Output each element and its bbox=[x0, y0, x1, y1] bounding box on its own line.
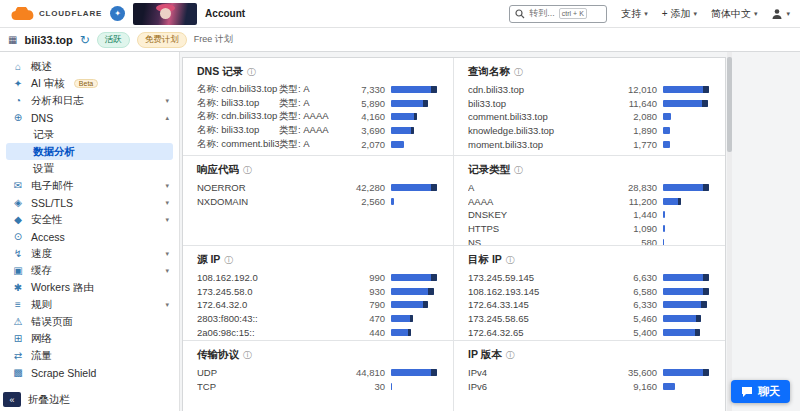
row-name: IPv6 bbox=[468, 381, 615, 392]
account-banner-image[interactable] bbox=[133, 3, 197, 25]
row-bar bbox=[391, 274, 437, 281]
panel-row[interactable]: 名称: bili33.top类型: A5,890 bbox=[197, 97, 439, 111]
panel-row[interactable]: 2a06:98c:15::440 bbox=[197, 325, 439, 339]
sidebar-item-analytics[interactable]: ◔分析和日志▾ bbox=[0, 92, 179, 109]
sidebar-subitem[interactable]: 记录 bbox=[6, 126, 173, 143]
info-icon[interactable]: ⓘ bbox=[506, 254, 515, 267]
sidebar-subitem[interactable]: 设置 bbox=[6, 160, 173, 177]
sidebar-item-cache[interactable]: ▣缓存▾ bbox=[0, 262, 179, 279]
account-label: Account bbox=[205, 8, 245, 19]
row-bar-area bbox=[657, 369, 711, 376]
panel-row[interactable]: IPv69,160 bbox=[468, 380, 711, 394]
row-type: 类型: AAAA bbox=[279, 110, 343, 123]
sidebar-item-rules[interactable]: ≡规则▾ bbox=[0, 296, 179, 313]
info-icon[interactable]: ⓘ bbox=[224, 254, 233, 267]
panel-row[interactable]: knowledge.bili33.top1,890 bbox=[468, 124, 711, 138]
panel-row[interactable]: DNSKEY1,440 bbox=[468, 208, 711, 222]
panel-row[interactable]: IPv435,600 bbox=[468, 366, 711, 380]
row-value: 3,690 bbox=[343, 125, 385, 136]
chat-button[interactable]: 聊天 bbox=[731, 380, 790, 403]
panel-row[interactable]: A28,830 bbox=[468, 181, 711, 195]
refresh-icon[interactable]: ↻ bbox=[80, 35, 90, 45]
network-icon: ⊞ bbox=[12, 333, 24, 344]
sidebar-item-network[interactable]: ⊞网络 bbox=[0, 330, 179, 347]
panel-row[interactable]: 173.245.58.655,460 bbox=[468, 312, 711, 326]
panel-row[interactable]: 172.64.33.1456,330 bbox=[468, 298, 711, 312]
panel-title: IP 版本 bbox=[468, 348, 502, 362]
panel-row[interactable]: AAAA11,200 bbox=[468, 195, 711, 209]
sidebar-item-scrape-shield[interactable]: ▩Scrape Shield bbox=[0, 364, 179, 381]
sidebar-item-workers[interactable]: ✱Workers 路由 bbox=[0, 279, 179, 296]
row-bar bbox=[663, 225, 665, 232]
panel-row[interactable]: NOERROR42,280 bbox=[197, 181, 439, 195]
sidebar-item-dns[interactable]: ⊕DNS▴ bbox=[0, 109, 179, 126]
panel-row[interactable]: NXDOMAIN2,560 bbox=[197, 195, 439, 209]
row-bar-area bbox=[657, 315, 711, 322]
sidebar-item-ssl[interactable]: ◈SSL/TLS▾ bbox=[0, 194, 179, 211]
sidebar-item-speed[interactable]: ↯速度▾ bbox=[0, 245, 179, 262]
row-bar-tail bbox=[411, 127, 414, 134]
row-bar-area bbox=[385, 127, 439, 134]
info-icon[interactable]: ⓘ bbox=[243, 349, 252, 362]
panel-row[interactable]: 172.64.32.0790 bbox=[197, 298, 439, 312]
panel-row[interactable]: HTTPS1,090 bbox=[468, 222, 711, 236]
sidebar-item-access[interactable]: ⊙Access bbox=[0, 228, 179, 245]
info-icon[interactable]: ⓘ bbox=[243, 164, 252, 177]
info-icon[interactable]: ⓘ bbox=[247, 66, 256, 79]
row-bar-area bbox=[385, 383, 439, 390]
panel-row[interactable]: 108.162.193.1456,580 bbox=[468, 285, 711, 299]
panel-row[interactable]: 108.162.192.0990 bbox=[197, 271, 439, 285]
panel-row[interactable]: UDP44,810 bbox=[197, 366, 439, 380]
search-shortcut-hint: ctrl + K bbox=[559, 8, 587, 19]
sidebar-subitem[interactable]: 数据分析 bbox=[6, 143, 173, 160]
language-menu[interactable]: 简体中文 ▾ bbox=[711, 7, 758, 21]
row-name: 172.64.33.145 bbox=[468, 299, 615, 310]
row-bar-area bbox=[385, 315, 439, 322]
panel-row[interactable]: bili33.top11,640 bbox=[468, 97, 711, 111]
panel-row[interactable]: 名称: comment.bili33.top类型: A2,070 bbox=[197, 137, 439, 151]
support-menu[interactable]: 支持 ▾ bbox=[621, 7, 648, 21]
sites-grid-icon[interactable]: ▦ bbox=[8, 34, 17, 45]
sidebar-item-label: 缓存 bbox=[31, 264, 52, 278]
panel-row[interactable]: 名称: bili33.top类型: AAAA3,690 bbox=[197, 124, 439, 138]
add-menu[interactable]: + 添加 ▾ bbox=[662, 7, 697, 21]
sidebar-item-overview[interactable]: ⌂概述 bbox=[0, 58, 179, 75]
cloudflare-logo[interactable]: CLOUDFLARE bbox=[10, 7, 102, 21]
row-label: 108.162.193.145 bbox=[468, 286, 615, 297]
sidebar-item-security[interactable]: ◆安全性▾ bbox=[0, 211, 179, 228]
sidebar-item-email[interactable]: ✉电子邮件▾ bbox=[0, 177, 179, 194]
panel-row[interactable]: 173.245.58.0930 bbox=[197, 285, 439, 299]
info-icon[interactable]: ⓘ bbox=[506, 349, 515, 362]
user-menu[interactable]: ▾ bbox=[771, 8, 790, 20]
app-icon[interactable]: ✦ bbox=[110, 6, 125, 21]
row-bar-area bbox=[657, 329, 711, 336]
top-header: CLOUDFLARE ✦ Account 转到... ctrl + K 支持 ▾… bbox=[0, 0, 800, 28]
sidebar-item-traffic[interactable]: ⇄流量 bbox=[0, 347, 179, 364]
row-name: 2a06:98c:15:: bbox=[197, 327, 343, 338]
row-value: 5,890 bbox=[343, 98, 385, 109]
panel-row[interactable]: 名称: cdn.bili33.top类型: A7,330 bbox=[197, 83, 439, 97]
panel-row[interactable]: NS580 bbox=[468, 235, 711, 246]
sidebar-item-ai[interactable]: ✦AI 审核Beta bbox=[0, 75, 179, 92]
panel-row[interactable]: TCP30 bbox=[197, 380, 439, 394]
panel-row[interactable]: comment.bili33.top2,080 bbox=[468, 110, 711, 124]
row-value: 28,830 bbox=[615, 182, 657, 193]
domain-name[interactable]: bili33.top bbox=[24, 34, 72, 46]
search-input[interactable]: 转到... ctrl + K bbox=[509, 5, 607, 23]
panel-row[interactable]: 2803:f800:43::470 bbox=[197, 312, 439, 326]
row-name: knowledge.bili33.top bbox=[468, 125, 615, 136]
panel-row[interactable]: 名称: cdn.bili33.top类型: AAAA4,160 bbox=[197, 110, 439, 124]
info-icon[interactable]: ⓘ bbox=[514, 66, 523, 79]
panel-row[interactable]: cdn.bili33.top12,010 bbox=[468, 83, 711, 97]
row-bar-area bbox=[385, 113, 439, 120]
panel-row[interactable]: 173.245.59.1456,630 bbox=[468, 271, 711, 285]
scrollbar-thumb[interactable] bbox=[727, 57, 732, 152]
sidebar-item-error-pages[interactable]: ⚠错误页面 bbox=[0, 313, 179, 330]
row-value: 9,160 bbox=[615, 381, 657, 392]
panel-row[interactable]: moment.bili33.top1,770 bbox=[468, 137, 711, 151]
collapse-sidebar-button[interactable]: « 折叠边栏 bbox=[0, 392, 70, 407]
row-value: 1,770 bbox=[615, 139, 657, 150]
panel-row[interactable]: 172.64.32.655,400 bbox=[468, 325, 711, 339]
info-icon[interactable]: ⓘ bbox=[514, 164, 523, 177]
row-name: A bbox=[468, 182, 615, 193]
